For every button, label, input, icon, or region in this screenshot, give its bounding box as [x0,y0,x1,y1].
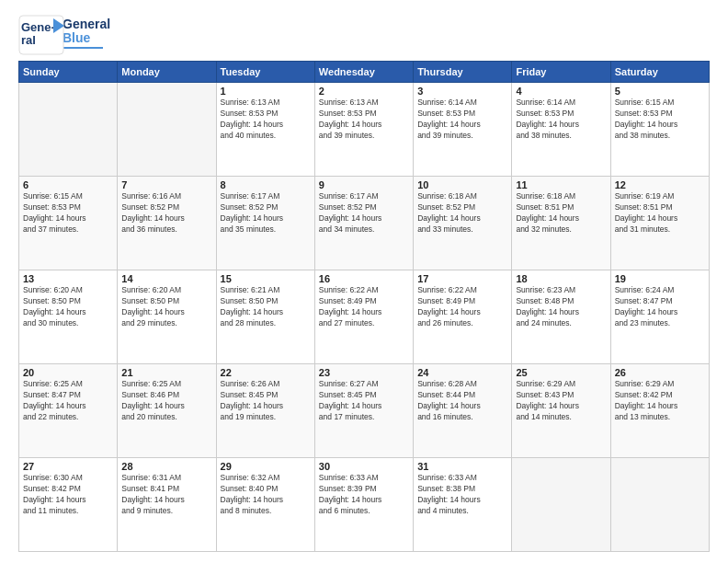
calendar-week-row: 6Sunrise: 6:15 AM Sunset: 8:53 PM Daylig… [19,177,710,270]
calendar-day-cell: 12Sunrise: 6:19 AM Sunset: 8:51 PM Dayli… [610,177,709,270]
calendar-table: SundayMondayTuesdayWednesdayThursdayFrid… [18,61,710,552]
calendar-day-cell: 19Sunrise: 6:24 AM Sunset: 8:47 PM Dayli… [610,270,709,364]
day-info: Sunrise: 6:16 AM Sunset: 8:52 PM Dayligh… [121,191,211,236]
day-number: 20 [23,367,113,378]
day-number: 1 [221,86,311,97]
day-info: Sunrise: 6:20 AM Sunset: 8:50 PM Dayligh… [23,285,113,329]
calendar-day-cell: 16Sunrise: 6:22 AM Sunset: 8:49 PM Dayli… [314,270,413,364]
day-number: 29 [221,461,311,472]
svg-text:ral: ral [21,33,36,47]
calendar-day-header: Friday [512,62,610,83]
day-number: 21 [121,367,211,378]
calendar-day-cell: 20Sunrise: 6:25 AM Sunset: 8:47 PM Dayli… [19,364,118,458]
calendar-day-cell: 27Sunrise: 6:30 AM Sunset: 8:42 PM Dayli… [19,458,118,552]
day-info: Sunrise: 6:20 AM Sunset: 8:50 PM Dayligh… [121,285,211,329]
calendar-week-row: 27Sunrise: 6:30 AM Sunset: 8:42 PM Dayli… [19,458,710,552]
calendar-day-header: Thursday [414,62,512,83]
calendar-day-cell: 3Sunrise: 6:14 AM Sunset: 8:53 PM Daylig… [414,83,512,177]
day-number: 4 [516,86,606,97]
day-number: 10 [417,179,507,190]
calendar-week-row: 1Sunrise: 6:13 AM Sunset: 8:53 PM Daylig… [19,83,710,177]
day-info: Sunrise: 6:17 AM Sunset: 8:52 PM Dayligh… [221,191,311,236]
calendar-day-cell: 4Sunrise: 6:14 AM Sunset: 8:53 PM Daylig… [512,83,610,177]
calendar-day-cell: 6Sunrise: 6:15 AM Sunset: 8:53 PM Daylig… [19,177,118,270]
page: Gene- ral General Blue SundayMondayTuesd… [0,0,728,563]
calendar-day-cell: 2Sunrise: 6:13 AM Sunset: 8:53 PM Daylig… [314,83,413,177]
logo-line [63,47,103,49]
day-number: 9 [319,179,409,190]
day-number: 22 [221,367,311,378]
day-info: Sunrise: 6:14 AM Sunset: 8:53 PM Dayligh… [417,98,507,142]
logo-svg: Gene- ral [18,15,64,55]
day-number: 31 [417,461,507,472]
day-info: Sunrise: 6:26 AM Sunset: 8:45 PM Dayligh… [221,379,311,423]
calendar-day-cell [610,458,709,552]
calendar-day-header: Tuesday [216,62,314,83]
day-info: Sunrise: 6:21 AM Sunset: 8:50 PM Dayligh… [221,285,311,329]
calendar-day-cell: 31Sunrise: 6:33 AM Sunset: 8:38 PM Dayli… [414,458,512,552]
calendar-day-cell: 7Sunrise: 6:16 AM Sunset: 8:52 PM Daylig… [118,177,216,270]
header: Gene- ral General Blue [18,15,710,52]
day-number: 5 [615,86,705,97]
day-number: 30 [319,461,409,472]
day-info: Sunrise: 6:22 AM Sunset: 8:49 PM Dayligh… [319,285,409,329]
calendar-day-header: Saturday [610,62,709,83]
day-number: 23 [319,367,409,378]
calendar-day-cell [19,83,118,177]
day-number: 16 [319,273,409,284]
calendar-day-cell [118,83,216,177]
day-number: 24 [417,367,507,378]
day-info: Sunrise: 6:18 AM Sunset: 8:52 PM Dayligh… [417,191,507,236]
calendar-day-cell: 1Sunrise: 6:13 AM Sunset: 8:53 PM Daylig… [216,83,314,177]
day-info: Sunrise: 6:33 AM Sunset: 8:38 PM Dayligh… [417,473,507,517]
day-info: Sunrise: 6:32 AM Sunset: 8:40 PM Dayligh… [221,473,311,517]
day-number: 11 [516,179,606,190]
calendar-day-header: Wednesday [314,62,413,83]
day-info: Sunrise: 6:31 AM Sunset: 8:41 PM Dayligh… [121,473,211,517]
day-info: Sunrise: 6:29 AM Sunset: 8:42 PM Dayligh… [615,379,705,423]
day-number: 7 [121,179,211,190]
day-info: Sunrise: 6:15 AM Sunset: 8:53 PM Dayligh… [23,191,113,236]
day-info: Sunrise: 6:13 AM Sunset: 8:53 PM Dayligh… [221,98,311,142]
day-number: 27 [23,461,113,472]
calendar-day-cell: 5Sunrise: 6:15 AM Sunset: 8:53 PM Daylig… [610,83,709,177]
day-number: 13 [23,273,113,284]
day-number: 26 [615,367,705,378]
calendar-day-cell: 24Sunrise: 6:28 AM Sunset: 8:44 PM Dayli… [414,364,512,458]
day-info: Sunrise: 6:22 AM Sunset: 8:49 PM Dayligh… [417,285,507,329]
logo-blue-text: Blue [63,31,110,45]
day-number: 3 [417,86,507,97]
calendar-week-row: 13Sunrise: 6:20 AM Sunset: 8:50 PM Dayli… [19,270,710,364]
day-info: Sunrise: 6:33 AM Sunset: 8:39 PM Dayligh… [319,473,409,517]
day-info: Sunrise: 6:25 AM Sunset: 8:46 PM Dayligh… [121,379,211,423]
calendar-day-cell: 29Sunrise: 6:32 AM Sunset: 8:40 PM Dayli… [216,458,314,552]
day-number: 25 [516,367,606,378]
calendar-day-cell: 23Sunrise: 6:27 AM Sunset: 8:45 PM Dayli… [314,364,413,458]
day-info: Sunrise: 6:28 AM Sunset: 8:44 PM Dayligh… [417,379,507,423]
day-info: Sunrise: 6:24 AM Sunset: 8:47 PM Dayligh… [615,285,705,329]
calendar-day-cell: 18Sunrise: 6:23 AM Sunset: 8:48 PM Dayli… [512,270,610,364]
calendar-day-cell: 11Sunrise: 6:18 AM Sunset: 8:51 PM Dayli… [512,177,610,270]
day-number: 14 [121,273,211,284]
day-info: Sunrise: 6:14 AM Sunset: 8:53 PM Dayligh… [516,98,606,142]
day-number: 8 [221,179,311,190]
day-info: Sunrise: 6:30 AM Sunset: 8:42 PM Dayligh… [23,473,113,517]
day-info: Sunrise: 6:23 AM Sunset: 8:48 PM Dayligh… [516,285,606,329]
calendar-day-cell: 10Sunrise: 6:18 AM Sunset: 8:52 PM Dayli… [414,177,512,270]
calendar-day-cell: 22Sunrise: 6:26 AM Sunset: 8:45 PM Dayli… [216,364,314,458]
svg-text:Gene-: Gene- [21,20,55,34]
day-number: 6 [23,179,113,190]
calendar-day-cell: 30Sunrise: 6:33 AM Sunset: 8:39 PM Dayli… [314,458,413,552]
calendar-day-cell [512,458,610,552]
logo: Gene- ral General Blue [18,15,110,52]
day-info: Sunrise: 6:17 AM Sunset: 8:52 PM Dayligh… [319,191,409,236]
calendar-day-cell: 21Sunrise: 6:25 AM Sunset: 8:46 PM Dayli… [118,364,216,458]
calendar-day-cell: 9Sunrise: 6:17 AM Sunset: 8:52 PM Daylig… [314,177,413,270]
calendar-day-cell: 13Sunrise: 6:20 AM Sunset: 8:50 PM Dayli… [19,270,118,364]
calendar-day-cell: 26Sunrise: 6:29 AM Sunset: 8:42 PM Dayli… [610,364,709,458]
day-number: 19 [615,273,705,284]
calendar-day-cell: 14Sunrise: 6:20 AM Sunset: 8:50 PM Dayli… [118,270,216,364]
day-number: 17 [417,273,507,284]
day-info: Sunrise: 6:18 AM Sunset: 8:51 PM Dayligh… [516,191,606,236]
calendar-day-cell: 17Sunrise: 6:22 AM Sunset: 8:49 PM Dayli… [414,270,512,364]
